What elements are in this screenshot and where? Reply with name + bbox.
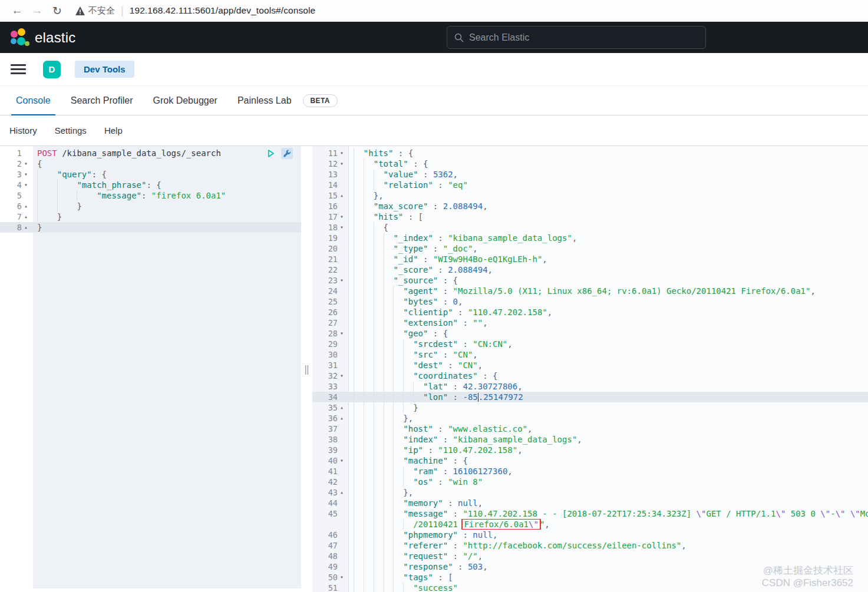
code-line-content[interactable]: "success" [349,583,868,592]
line-gutter: 16 [312,201,349,211]
code-line-content[interactable]: } [33,201,301,211]
code-line-content[interactable]: "clientip" : "110.47.202.158", [349,307,868,318]
request-options-button[interactable] [281,148,293,159]
fold-toggle-icon[interactable]: ▾ [24,158,33,169]
code-line-content[interactable]: "max_score" : 2.088494, [349,201,868,211]
code-line-content[interactable]: "_id" : "WI9w9H4Bo-eQ1KgLEh-h", [349,254,868,264]
response-editor[interactable]: 11▾"hits" : {12▾"total" : {13"value" : 5… [312,146,868,592]
code-line-content[interactable]: "message" : "110.47.202.158 - - [2018-07… [349,508,868,519]
tab-grok-debugger[interactable]: Grok Debugger [148,86,222,115]
code-line-content[interactable]: "total" : { [349,158,868,169]
code-line-content[interactable]: "os" : "win 8" [349,477,868,487]
global-search[interactable] [447,26,706,49]
search-input[interactable] [469,32,698,43]
code-line-content[interactable]: "relation" : "eq" [349,180,868,190]
fold-toggle-icon[interactable]: ▴ [340,487,349,498]
fold-toggle-icon[interactable]: ▾ [340,572,349,583]
code-line-content[interactable]: "bytes" : 0, [349,296,868,307]
code-line-content[interactable]: "srcdest" : "CN:CN", [349,339,868,349]
annotation-red-box: Firefox/6.0a1\" [461,519,540,530]
fold-toggle-icon[interactable]: ▾ [340,328,349,339]
browser-back-icon[interactable]: ← [7,4,27,17]
tab-painless-lab[interactable]: Painless Lab [233,86,296,115]
request-editor[interactable]: 1POST /kibana_sample_data_logs/_search2▾… [0,146,301,592]
fold-toggle-icon[interactable]: ▴ [24,222,33,233]
breadcrumb-dev-tools[interactable]: Dev Tools [75,61,134,78]
fold-toggle-icon[interactable]: ▾ [24,180,33,190]
space-avatar[interactable]: D [43,61,61,78]
pane-resize-handle[interactable]: ‖ [301,146,312,592]
line-number: 33 [312,381,340,392]
fold-toggle-icon[interactable]: ▾ [340,222,349,233]
browser-refresh-icon[interactable]: ↻ [47,4,67,18]
code-line-content[interactable]: "machine" : { [349,455,868,466]
code-line-content[interactable]: "_source" : { [349,275,868,286]
fold-toggle-icon[interactable]: ▾ [340,455,349,466]
code-line-content[interactable]: "value" : 5362, [349,169,868,180]
code-line-content[interactable]: } [33,211,301,222]
menu-history[interactable]: History [9,125,37,135]
fold-toggle-icon[interactable]: ▴ [340,413,349,424]
code-line-content[interactable]: "request" : "/", [349,551,868,561]
browser-forward-icon[interactable]: → [27,4,47,17]
code-line-content[interactable]: "hits" : { [349,148,868,158]
indent-guides [354,455,403,466]
menu-hamburger-icon[interactable] [11,62,26,77]
address-bar-url[interactable]: 192.168.42.111:5601/app/dev_tools#/conso… [130,5,316,16]
code-line-content[interactable]: "match_phrase": { [33,180,301,190]
code-line-content[interactable]: "src" : "CN", [349,349,868,360]
fold-spacer [24,148,33,158]
tab-search-profiler[interactable]: Search Profiler [66,86,138,115]
code-line-content[interactable]: } [349,402,868,413]
code-line-content[interactable]: "lon" : -85.25147972 [349,392,868,402]
fold-toggle-icon[interactable]: ▾ [340,211,349,222]
code-line-content[interactable]: "memory" : null, [349,498,868,508]
code-line-content[interactable]: } [33,222,301,233]
code-line-content[interactable]: "response" : 503, [349,561,868,572]
code-line-content[interactable]: "ip" : "110.47.202.158", [349,445,868,455]
code-line-content[interactable]: "extension" : "", [349,318,868,328]
code-line-content[interactable]: }, [349,413,868,424]
menu-help[interactable]: Help [104,125,123,135]
fold-toggle-icon[interactable]: ▾ [340,148,349,158]
code-line-content[interactable]: "_score" : 2.088494, [349,264,868,275]
fold-spacer [340,381,349,392]
code-line-content[interactable]: "ram" : 16106127360, [349,466,868,477]
code-line-content[interactable]: }, [349,487,868,498]
code-line-content[interactable]: "_type" : "_doc", [349,243,868,254]
site-security-indicator[interactable]: 不安全 [75,5,115,16]
fold-toggle-icon[interactable]: ▴ [24,211,33,222]
code-line-content[interactable]: "host" : "www.elastic.co", [349,424,868,434]
elastic-header: elastic [0,22,868,53]
code-line-content[interactable]: "phpmemory" : null, [349,530,868,540]
code-line-content[interactable]: "query": { [33,169,301,180]
code-line-content[interactable]: "lat" : 42.30727806, [349,381,868,392]
line-number: 31 [312,360,340,371]
code-line-content[interactable]: "geo" : { [349,328,868,339]
fold-toggle-icon[interactable]: ▾ [24,169,33,180]
code-line-content[interactable]: "message": "firefox 6.0a1" [33,190,301,201]
code-line-content[interactable]: }, [349,190,868,201]
code-line-content[interactable]: "tags" : [ [349,572,868,583]
send-request-button[interactable] [265,148,276,159]
code-line-content[interactable]: "dest" : "CN", [349,360,868,371]
code-line-content[interactable]: "agent" : "Mozilla/5.0 (X11; Linux x86_6… [349,286,868,296]
fold-toggle-icon[interactable]: ▴ [340,190,349,201]
fold-toggle-icon[interactable]: ▴ [24,201,33,211]
code-line-content[interactable]: "coordinates" : { [349,371,868,381]
code-line-content[interactable]: "_index" : "kibana_sample_data_logs", [349,233,868,243]
code-line-content[interactable]: /20110421 Firefox/6.0a1\"", [349,519,868,530]
code-line-content[interactable]: { [349,222,868,233]
code-line-content[interactable]: "index" : "kibana_sample_data_logs", [349,434,868,445]
code-line-content[interactable]: "hits" : [ [349,211,868,222]
tab-console[interactable]: Console [11,86,55,115]
menu-settings[interactable]: Settings [55,125,87,135]
code-line-content[interactable]: { [33,158,301,169]
fold-toggle-icon[interactable]: ▾ [340,158,349,169]
elastic-logo[interactable]: elastic [9,28,75,48]
fold-toggle-icon[interactable]: ▴ [340,402,349,413]
code-line-content[interactable]: "referer" : "http://facebook.com/success… [349,540,868,551]
code-line-content[interactable]: POST /kibana_sample_data_logs/_search [33,148,301,158]
fold-toggle-icon[interactable]: ▾ [340,371,349,381]
fold-toggle-icon[interactable]: ▾ [340,275,349,286]
